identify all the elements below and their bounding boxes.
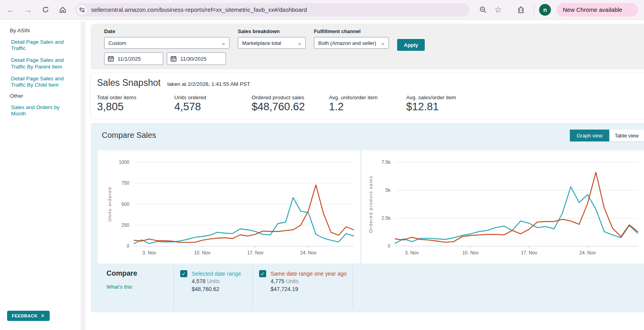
sidebar: By ASINDetail Page Sales and TrafficDeta… [0, 20, 81, 330]
metric: Avg. sales/order item$12.81 [406, 95, 483, 113]
metric-value: $12.81 [406, 101, 483, 113]
sales-breakdown-select[interactable]: Marketplace total ⌄ [238, 37, 306, 49]
legend-item: ✓Same date range one year ago4,775 Units… [252, 265, 353, 310]
compare-sales-title: Compare Sales [102, 131, 156, 140]
svg-text:24. Nov: 24. Nov [300, 250, 316, 256]
metric-value: 4,578 [174, 101, 252, 113]
fulfillment-channel-select[interactable]: Both (Amazon and seller) ⌄ [314, 37, 389, 49]
chevron-down-icon: ⌄ [380, 41, 385, 46]
metric: Ordered product sales$48,760.62 [252, 95, 329, 113]
sales-snapshot-title: Sales Snapshot [97, 78, 161, 88]
back-icon[interactable]: ← [4, 3, 17, 17]
zoom-out-icon[interactable] [476, 3, 490, 17]
feedback-button[interactable]: FEEDBACK ✕ [7, 311, 50, 321]
legend-sales: $48,760.62 [192, 286, 241, 293]
sidebar-item-detail-page-sales-and-traffic-by-parent-item[interactable]: Detail Page Sales and Traffic By Parent … [11, 57, 70, 70]
sidebar-item-detail-page-sales-and-traffic-by-child-item[interactable]: Detail Page Sales and Traffic By Child I… [11, 76, 70, 88]
svg-text:5k: 5k [385, 187, 391, 193]
metric-label: Ordered product sales [252, 95, 329, 100]
browser-chrome: ← → sellercentral.amazon.com/business-re… [0, 0, 644, 20]
legend-series-label: Selected date range [192, 270, 241, 278]
sidebar-item-detail-page-sales-and-traffic[interactable]: Detail Page Sales and Traffic [11, 39, 70, 52]
whats-this-link[interactable]: What's this [106, 284, 174, 290]
legend-series-label: Same date range one year ago [271, 270, 347, 278]
metric-value: 3,805 [97, 101, 174, 113]
svg-text:3. Nov: 3. Nov [405, 250, 419, 256]
svg-text:0: 0 [388, 243, 390, 249]
snapshot-timestamp: taken at 2/2/2026, 1:41:55 AM PST [167, 81, 250, 87]
compare-legend-heading: Compare [106, 269, 174, 278]
apply-button[interactable]: Apply [397, 39, 425, 51]
metric-label: Units ordered [174, 95, 252, 100]
svg-text:2.5k: 2.5k [381, 215, 391, 221]
svg-text:250: 250 [121, 222, 129, 228]
home-icon[interactable] [56, 3, 69, 17]
view-toggle: Graph view Table view [570, 130, 644, 141]
svg-text:17. Nov: 17. Nov [521, 250, 537, 256]
url-bar[interactable]: sellercentral.amazon.com/business-report… [75, 3, 469, 17]
divider [534, 6, 534, 14]
metric-value: 1.2 [329, 101, 406, 113]
compare-sales-section: Compare Sales Graph view Table view 0250… [91, 123, 644, 312]
sidebar-section-header: By ASIN [10, 28, 81, 33]
start-date-field[interactable] [104, 52, 163, 65]
metric-label: Avg. units/order item [329, 95, 406, 100]
svg-text:500: 500 [121, 202, 129, 207]
svg-text:3. Nov: 3. Nov [142, 250, 156, 256]
new-chrome-button[interactable]: New Chrome available [556, 3, 638, 17]
legend-checkbox[interactable]: ✓ [259, 270, 266, 277]
start-date-input[interactable] [118, 56, 160, 62]
metric-value: $48,760.62 [252, 101, 329, 113]
close-icon[interactable]: ✕ [41, 313, 45, 319]
compare-legend: Compare What's this ✓Selected date range… [98, 265, 644, 310]
legend-item: ✓Selected date range4,578 Units$48,760.6… [174, 265, 252, 310]
svg-text:10. Nov: 10. Nov [194, 250, 210, 256]
svg-text:0: 0 [127, 243, 129, 249]
sidebar-scrollbar[interactable] [81, 22, 85, 330]
forward-icon[interactable]: → [21, 3, 35, 17]
end-date-input[interactable] [180, 56, 222, 62]
graph-view-button[interactable]: Graph view [570, 130, 609, 141]
bookmark-star-icon[interactable]: ☆ [491, 3, 505, 17]
ordered-product-sales-chart: 02.5k5k7.5k3. Nov10. Nov17. Nov24. NovOr… [362, 150, 644, 263]
sales-snapshot-card: Sales Snapshot taken at 2/2/2026, 1:41:5… [91, 73, 644, 119]
table-view-button[interactable]: Table view [609, 130, 644, 141]
svg-text:1000: 1000 [119, 159, 129, 165]
filter-panel: Date Custom ⌄ [91, 24, 644, 69]
sidebar-item-sales-and-orders-by-month[interactable]: Sales and Orders by Month [11, 104, 70, 117]
chevron-down-icon: ⌄ [297, 41, 302, 46]
sales-breakdown-label: Sales breakdown [238, 28, 306, 34]
legend-units: 4,775 Units [271, 278, 347, 285]
calendar-icon[interactable] [108, 56, 114, 62]
site-settings-icon[interactable] [77, 5, 87, 15]
svg-text:24. Nov: 24. Nov [579, 250, 595, 256]
reload-icon[interactable] [39, 3, 52, 17]
metric-label: Avg. sales/order item [406, 95, 483, 100]
snapshot-metrics: Total order items3,805Units ordered4,578… [97, 95, 644, 113]
legend-checkbox[interactable]: ✓ [180, 270, 187, 277]
metric: Total order items3,805 [97, 95, 174, 113]
svg-text:Units ordered: Units ordered [107, 187, 112, 222]
calendar-icon[interactable] [170, 56, 177, 62]
avatar[interactable]: n [539, 4, 551, 16]
svg-text:Ordered product sales: Ordered product sales [368, 176, 373, 233]
metric: Avg. units/order item1.2 [329, 95, 406, 113]
svg-text:10. Nov: 10. Nov [462, 250, 478, 256]
charts-row: 025050075010003. Nov10. Nov17. Nov24. No… [98, 150, 644, 263]
date-label: Date [104, 28, 230, 34]
end-date-field[interactable] [167, 52, 226, 65]
legend-sales: $47,724.19 [271, 286, 347, 293]
legend-units: 4,578 Units [192, 278, 241, 285]
svg-text:750: 750 [121, 180, 129, 186]
svg-text:7.5k: 7.5k [381, 159, 391, 165]
units-ordered-chart: 025050075010003. Nov10. Nov17. Nov24. No… [98, 150, 360, 263]
sidebar-section-header: Other [10, 93, 81, 99]
date-range-select[interactable]: Custom ⌄ [104, 37, 230, 49]
extensions-icon[interactable] [514, 3, 528, 17]
url-text: sellercentral.amazon.com/business-report… [91, 6, 307, 13]
svg-text:17. Nov: 17. Nov [247, 250, 263, 256]
main-content: Date Custom ⌄ [91, 20, 644, 330]
chevron-down-icon: ⌄ [221, 41, 226, 46]
fulfillment-channel-label: Fulfillment channel [314, 28, 389, 34]
metric: Units ordered4,578 [174, 95, 252, 113]
